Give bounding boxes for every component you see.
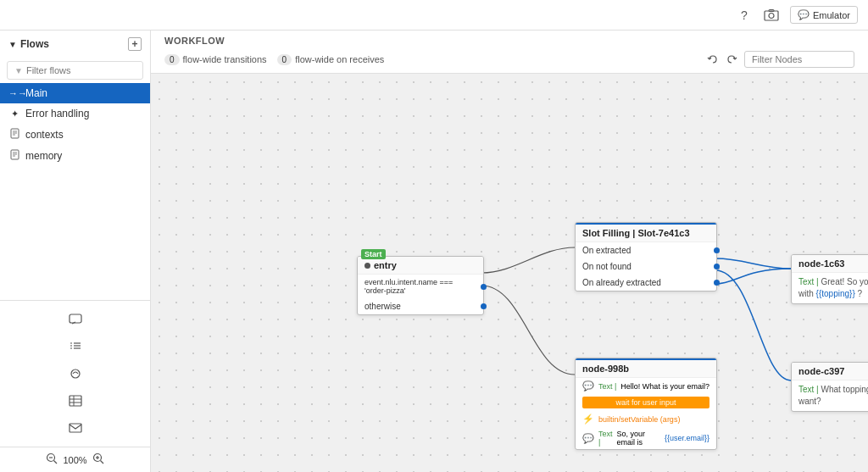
workflow-canvas[interactable]: Start entry event.nlu.intent.name === 'o…	[151, 74, 868, 472]
transitions-label: flow-wide transitions	[183, 54, 267, 64]
node-1c63[interactable]: node-1c63 Text | Great! So you want a pi…	[791, 254, 868, 304]
slot-extracted-dot	[714, 247, 720, 253]
node-998b[interactable]: node-998b 💬 Text | Hello! What is your e…	[575, 358, 717, 450]
svg-point-1	[769, 13, 774, 18]
error-handling-icon: ✦	[8, 108, 20, 119]
sidebar-action-icons	[0, 300, 150, 447]
emulator-label: Emulator	[813, 10, 850, 20]
emulator-icon: 💬	[798, 9, 810, 20]
slot-filling-title: Slot Filling | Slot-7e41c3	[576, 223, 716, 242]
entry-node[interactable]: Start entry event.nlu.intent.name === 'o…	[357, 256, 484, 315]
svg-line-27	[54, 461, 58, 464]
receives-label: flow-wide on receives	[295, 54, 384, 64]
content-header: WORKFLOW 0 flow-wide transitions 0 flow-…	[151, 31, 868, 74]
slot-filling-node[interactable]: Slot Filling | Slot-7e41c3 On extracted …	[575, 222, 717, 292]
memory-icon	[8, 149, 20, 162]
node-1c63-content: Text | Great! So you want a pizza with {…	[792, 273, 868, 303]
flows-arrow-icon: ▼	[8, 40, 17, 49]
bubble-icon-2: 💬	[582, 433, 594, 444]
connections-svg	[151, 74, 868, 472]
wait-bar: wait for user input	[582, 397, 709, 408]
screenshot-icon[interactable]	[763, 7, 780, 24]
entry-dot-intent	[481, 284, 487, 290]
filter-nodes-input[interactable]	[744, 51, 854, 68]
workflow-title: WORKFLOW	[164, 36, 854, 46]
node-c397-title: node-c397	[792, 363, 868, 380]
undo-button[interactable]	[707, 53, 719, 65]
sidebar: ▼ Flows + ▼ →→ Main ✦ Error handling con…	[0, 31, 151, 472]
zoom-level: 100%	[63, 455, 86, 465]
sidebar-icon-mail[interactable]	[60, 416, 91, 440]
node-998b-msg1: 💬 Text | Hello! What is your email?	[576, 378, 716, 394]
node-c397[interactable]: node-c397 Text | What toppings do you wa…	[791, 362, 868, 412]
flow-wide-receives-button[interactable]: 0 flow-wide on receives	[277, 54, 385, 65]
svg-rect-20	[70, 396, 81, 406]
help-icon[interactable]: ?	[736, 7, 753, 24]
entry-row-intent: event.nlu.intent.name === 'order-pizza'	[358, 275, 483, 298]
builtin-item: ⚡ builtin/setVariable (args)	[576, 411, 716, 427]
content-area: WORKFLOW 0 flow-wide transitions 0 flow-…	[151, 31, 868, 472]
start-badge: Start	[361, 249, 386, 259]
sidebar-item-main-label: Main	[25, 87, 47, 99]
svg-rect-11	[70, 314, 81, 323]
entry-node-title: entry	[358, 257, 483, 275]
sidebar-item-error-handling[interactable]: ✦ Error handling	[0, 103, 150, 124]
sidebar-header: ▼ Flows +	[0, 31, 150, 58]
bubble-icon-1: 💬	[582, 380, 594, 391]
sidebar-icon-list[interactable]	[60, 335, 91, 358]
zoom-out-button[interactable]	[46, 453, 58, 467]
flows-label: Flows	[20, 38, 49, 50]
entry-row-otherwise: otherwise	[358, 298, 483, 314]
zoom-bar: 100%	[0, 447, 150, 472]
svg-point-19	[71, 369, 80, 378]
filter-flows-container: ▼	[7, 61, 143, 80]
sidebar-item-contexts-label: contexts	[25, 129, 64, 141]
entry-dot-otherwise	[481, 303, 487, 309]
transition-buttons: 0 flow-wide transitions 0 flow-wide on r…	[164, 54, 384, 65]
node-1c63-title: node-1c63	[792, 255, 868, 273]
topbar: ? 💬 Emulator	[0, 0, 868, 31]
slot-on-not-found: On not found	[576, 258, 716, 275]
add-flow-button[interactable]: +	[128, 37, 142, 51]
filter-icon: ▼	[14, 66, 23, 75]
redo-button[interactable]	[726, 53, 737, 65]
node-998b-msg2: 💬 Text | So, your email is {{user.email}…	[576, 427, 716, 449]
slot-on-extracted: On extracted	[576, 242, 716, 258]
sidebar-icon-chat[interactable]	[60, 308, 91, 331]
node-c397-content: Text | What toppings do you want?	[792, 380, 868, 411]
flow-wide-transitions-button[interactable]: 0 flow-wide transitions	[164, 54, 267, 65]
node-998b-title: node-998b	[576, 358, 716, 378]
receives-count: 0	[277, 54, 292, 65]
slot-on-already-extracted: On already extracted	[576, 275, 716, 291]
sidebar-item-contexts[interactable]: contexts	[0, 124, 150, 145]
transitions-count: 0	[164, 54, 180, 65]
svg-rect-3	[11, 129, 19, 138]
sidebar-item-error-label: Error handling	[25, 108, 89, 119]
contexts-icon	[8, 128, 20, 141]
header-right	[707, 51, 854, 68]
svg-rect-24	[70, 424, 81, 432]
slot-already-dot	[714, 280, 720, 286]
svg-line-31	[100, 461, 103, 464]
builtin-icon: ⚡	[582, 414, 594, 425]
sidebar-icon-table[interactable]	[60, 389, 91, 413]
svg-rect-7	[11, 150, 19, 159]
zoom-in-button[interactable]	[92, 453, 104, 467]
slot-notfound-dot	[714, 264, 720, 269]
sidebar-icon-hook[interactable]	[60, 362, 91, 386]
filter-flows-input[interactable]	[26, 65, 136, 75]
svg-rect-0	[765, 11, 778, 20]
sidebar-item-main[interactable]: →→ Main	[0, 83, 150, 103]
sidebar-item-memory-label: memory	[25, 150, 62, 162]
sidebar-item-memory[interactable]: memory	[0, 145, 150, 166]
emulator-button[interactable]: 💬 Emulator	[790, 6, 858, 24]
main-flow-icon: →→	[8, 88, 20, 98]
